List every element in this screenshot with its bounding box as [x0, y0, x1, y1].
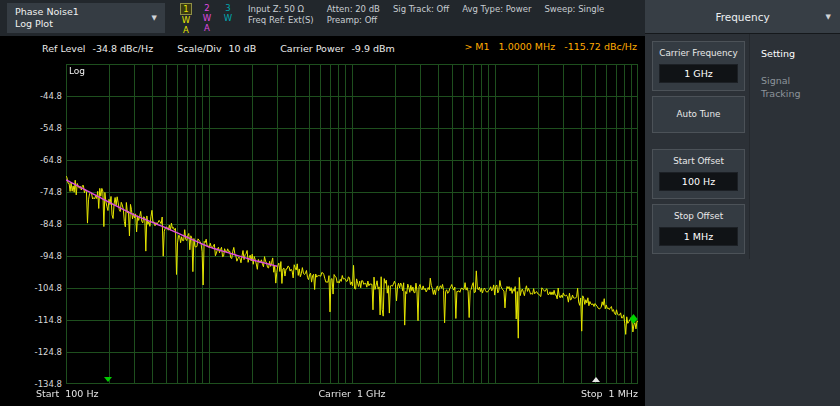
carrier-frequency-value[interactable]: 1 GHz: [659, 64, 738, 83]
start-offset-button-label: Start Offset: [653, 150, 744, 171]
y-tick: -124.8: [18, 347, 62, 357]
panel-title-dropdown[interactable]: Frequency ▼: [645, 0, 840, 34]
measurement-view: Log Plot: [15, 18, 79, 30]
trace-3-indicator[interactable]: 3 W: [221, 3, 235, 36]
setting-atten: Atten: 20 dB Preamp: Off: [327, 4, 380, 36]
panel-body: Carrier Frequency 1 GHz Auto Tune Start …: [645, 34, 840, 259]
menu-tabs: Setting Signal Tracking: [749, 34, 840, 259]
tab-signal-tracking[interactable]: Signal Tracking: [759, 73, 821, 113]
y-tick: -64.8: [18, 155, 62, 165]
trace-1-mode: W: [182, 15, 190, 25]
ref-level-label: Ref Level: [42, 43, 85, 54]
menu-spacer: [652, 138, 745, 149]
menu-column: Carrier Frequency 1 GHz Auto Tune Start …: [645, 34, 749, 259]
scale-div-value[interactable]: 10 dB: [229, 43, 257, 54]
active-trace-indicator-icon: [104, 377, 112, 382]
carrier-frequency-label: Carrier Frequency: [653, 42, 744, 63]
y-tick: -94.8: [18, 251, 62, 261]
top-bar: Phase Noise1 Log Plot ▼ 1 W A 2 W A 3: [0, 0, 645, 36]
setting-input: Input Z: 50 Ω Freq Ref: Ext(S): [248, 4, 314, 36]
trace-2-detector: A: [204, 23, 210, 33]
measurement-name: Phase Noise1: [15, 6, 79, 18]
start-offset-button[interactable]: Start Offset 100 Hz: [652, 149, 745, 199]
stop-offset-label: Stop 1 MHz: [66, 388, 638, 399]
carrier-power-value: -9.9 dBm: [351, 43, 394, 54]
trace-3-mode: W: [224, 13, 232, 23]
dropdown-caret-icon: ▼: [152, 14, 157, 22]
meter-settings: Input Z: 50 Ω Freq Ref: Ext(S) Atten: 20…: [248, 0, 604, 36]
ref-level-value[interactable]: -34.8 dBc/Hz: [92, 43, 153, 54]
stop-offset-value[interactable]: 1 MHz: [659, 227, 738, 246]
panel-caret-icon: ▼: [826, 13, 831, 21]
trace-2-number[interactable]: 2: [201, 3, 213, 13]
setting-avg-type: Avg Type: Power: [462, 4, 531, 36]
setting-sig-track: Sig Track: Off: [393, 4, 449, 36]
marker-position-indicator-icon: [592, 377, 600, 382]
y-tick: -74.8: [18, 187, 62, 197]
trace-1-detector: A: [183, 25, 189, 35]
setting-freq-ref: Freq Ref: Ext(S): [248, 15, 314, 26]
setting-preamp: Preamp: Off: [327, 15, 380, 26]
trace-2-mode: W: [203, 13, 211, 23]
auto-tune-label: Auto Tune: [653, 97, 744, 132]
y-tick: -44.8: [18, 91, 62, 101]
trace-3-number[interactable]: 3: [222, 3, 234, 13]
phase-noise-plot[interactable]: [66, 64, 638, 384]
measurement-selector[interactable]: Phase Noise1 Log Plot ▼: [7, 3, 165, 33]
trace-2-indicator[interactable]: 2 W A: [200, 3, 214, 36]
measurement-title: Phase Noise1 Log Plot: [15, 6, 79, 31]
tab-setting[interactable]: Setting: [759, 46, 821, 73]
analyzer-screen: Phase Noise1 Log Plot ▼ 1 W A 2 W A 3: [0, 0, 840, 406]
setting-atten-value: Atten: 20 dB: [327, 4, 380, 15]
trace-1-number[interactable]: 1: [180, 3, 192, 15]
setting-sweep: Sweep: Single: [544, 4, 604, 36]
y-tick: -104.8: [18, 283, 62, 293]
y-tick: -114.8: [18, 315, 62, 325]
stop-offset-button-label: Stop Offset: [653, 205, 744, 226]
y-tick: -54.8: [18, 123, 62, 133]
marker-id: > M1: [464, 41, 489, 52]
auto-tune-button[interactable]: Auto Tune: [652, 96, 745, 133]
carrier-frequency-button[interactable]: Carrier Frequency 1 GHz: [652, 41, 745, 91]
start-offset-value[interactable]: 100 Hz: [659, 172, 738, 191]
stop-offset-button[interactable]: Stop Offset 1 MHz: [652, 204, 745, 254]
setting-avg-type-value: Avg Type: Power: [462, 4, 531, 15]
carrier-power-label: Carrier Power: [280, 43, 344, 54]
measurement-bar: Ref Level -34.8 dBc/Hz Scale/Div 10 dB C…: [0, 38, 645, 58]
setting-input-z: Input Z: 50 Ω: [248, 4, 314, 15]
trace-legend: 1 W A 2 W A 3 W: [179, 0, 235, 36]
marker-freq: 1.0000 MHz: [499, 41, 556, 52]
setting-sweep-value: Sweep: Single: [544, 4, 604, 15]
y-tick: -84.8: [18, 219, 62, 229]
scale-div-label: Scale/Div: [177, 43, 221, 54]
frequency-menu-panel: Frequency ▼ Carrier Frequency 1 GHz Auto…: [645, 0, 840, 406]
marker-level: -115.72 dBc/Hz: [564, 41, 637, 52]
marker-readout: > M1 1.0000 MHz -115.72 dBc/Hz: [464, 41, 637, 52]
panel-title: Frequency: [715, 11, 769, 23]
setting-sig-track-value: Sig Track: Off: [393, 4, 449, 15]
trace-1-indicator[interactable]: 1 W A: [179, 3, 193, 36]
analyzer-screenshot: Phase Noise1 Log Plot ▼ 1 W A 2 W A 3: [0, 0, 840, 420]
y-scale-type-label: Log: [69, 66, 85, 76]
